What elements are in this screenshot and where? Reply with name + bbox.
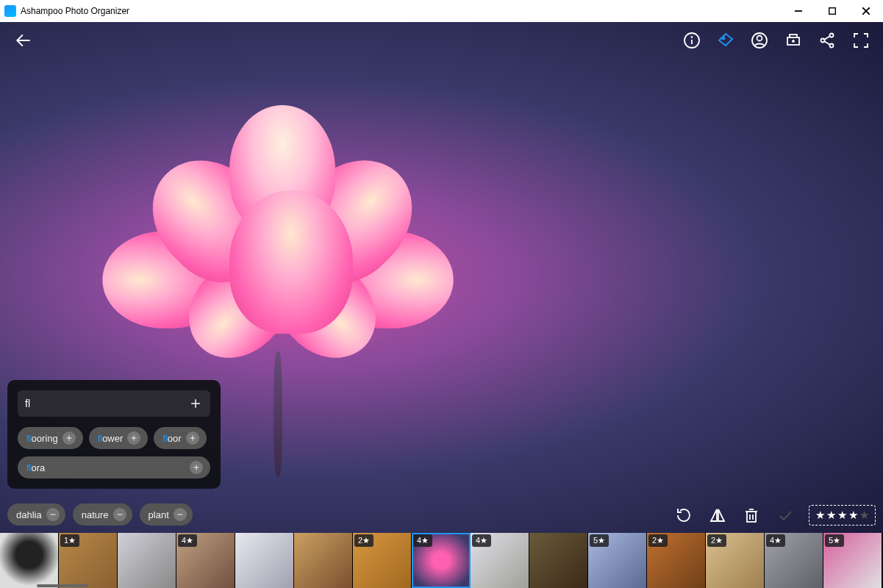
- tag-suggestion-label: floor: [162, 433, 181, 444]
- filmstrip-scrollbar[interactable]: [37, 584, 88, 587]
- svg-marker-34: [718, 509, 724, 521]
- star-icon[interactable]: ★: [848, 509, 858, 522]
- thumbnail-rating-badge: 4★: [178, 534, 197, 547]
- thumbnail[interactable]: 5★: [588, 533, 647, 588]
- thumbnail-rating-badge: 5★: [590, 534, 609, 547]
- thumbnail-image: [529, 533, 587, 588]
- svg-rect-12: [790, 35, 797, 37]
- window-maximize-button[interactable]: [815, 0, 849, 22]
- plus-icon: [62, 431, 76, 445]
- tag-suggestion-label: flooring: [26, 433, 58, 444]
- thumbnail[interactable]: 2★: [647, 533, 706, 588]
- tag-suggestion[interactable]: floor: [154, 427, 206, 449]
- svg-point-10: [757, 36, 762, 41]
- window-title: Ashampoo Photo Organizer: [21, 6, 782, 16]
- applied-tag[interactable]: plant: [140, 503, 193, 526]
- star-icon[interactable]: ★: [859, 509, 869, 522]
- thumbnail-rating-badge: 4★: [472, 534, 491, 547]
- svg-rect-1: [829, 8, 836, 15]
- applied-tags: dahlianatureplant: [7, 503, 193, 526]
- star-icon[interactable]: ★: [837, 509, 847, 522]
- thumbnail-image: [235, 533, 293, 588]
- tag-input-wrap: [18, 390, 210, 417]
- rotate-button[interactable]: [673, 505, 694, 526]
- tag-suggestion[interactable]: flora: [18, 456, 210, 478]
- share-button[interactable]: [817, 30, 837, 51]
- thumbnail[interactable]: 4★: [471, 533, 529, 588]
- thumbnail-image: [294, 533, 352, 588]
- tag-suggestion-label: flower: [98, 433, 124, 444]
- applied-tag-label: plant: [149, 509, 169, 520]
- thumbnail-rating-badge: 4★: [413, 534, 432, 547]
- tag-input[interactable]: [25, 398, 188, 409]
- window-close-button[interactable]: [849, 0, 883, 22]
- svg-marker-33: [711, 509, 717, 521]
- minus-icon: [174, 508, 187, 521]
- window-titlebar: Ashampoo Photo Organizer: [0, 0, 883, 22]
- thumbnail[interactable]: [0, 533, 59, 588]
- print-button[interactable]: [783, 30, 804, 51]
- svg-line-19: [824, 41, 830, 45]
- tag-suggestion-row: flooringflowerfloor: [18, 427, 210, 449]
- info-button[interactable]: [682, 30, 702, 51]
- plus-icon: [190, 461, 203, 474]
- thumbnail-image: [0, 533, 58, 588]
- star-icon[interactable]: ★: [826, 509, 836, 522]
- back-button[interactable]: [12, 29, 35, 52]
- thumbnail[interactable]: 4★: [412, 533, 471, 588]
- svg-rect-35: [747, 512, 756, 522]
- app-frame: flooringflowerfloor flora dahlianaturepl…: [0, 22, 883, 588]
- thumbnail-rating-badge: 1★: [60, 534, 79, 547]
- tag-panel: flooringflowerfloor flora: [7, 380, 221, 489]
- top-toolbar: [0, 22, 883, 59]
- svg-point-8: [723, 37, 725, 40]
- window-minimize-button[interactable]: [782, 0, 815, 22]
- applied-tag[interactable]: dahlia: [7, 503, 65, 526]
- tag-suggestion-row: flora: [18, 456, 210, 478]
- tag-button[interactable]: [715, 30, 736, 51]
- delete-button[interactable]: [741, 505, 762, 526]
- fullscreen-button[interactable]: [851, 30, 871, 51]
- thumbnail[interactable]: [294, 533, 353, 588]
- star-icon[interactable]: ★: [815, 509, 825, 522]
- thumbnail-image: [118, 533, 176, 588]
- add-tag-button[interactable]: [188, 396, 203, 411]
- applied-tag-label: nature: [82, 509, 109, 520]
- thumbnail-rating-badge: 2★: [707, 534, 726, 547]
- app-logo-icon: [4, 5, 16, 17]
- thumbnail[interactable]: 5★: [823, 533, 882, 588]
- minus-icon: [46, 508, 60, 521]
- svg-point-7: [692, 37, 693, 37]
- thumbnail-rating-badge: 4★: [766, 534, 785, 547]
- rating-control[interactable]: ★★★★★: [809, 505, 876, 526]
- minus-icon: [113, 508, 126, 521]
- tag-suggestion-label: flora: [26, 462, 45, 473]
- tag-suggestion[interactable]: flower: [89, 427, 149, 449]
- thumbnail-rating-badge: 2★: [354, 534, 373, 547]
- thumbnail[interactable]: 2★: [706, 533, 765, 588]
- tag-suggestion[interactable]: flooring: [18, 427, 83, 449]
- people-button[interactable]: [749, 30, 770, 51]
- thumbnail[interactable]: [529, 533, 588, 588]
- thumbnail[interactable]: [118, 533, 176, 588]
- filmstrip[interactable]: 1★4★2★4★4★5★2★2★4★5★: [0, 533, 883, 588]
- plus-icon: [127, 431, 140, 445]
- thumbnail[interactable]: 1★: [59, 533, 118, 588]
- plus-icon: [186, 431, 199, 445]
- action-bar: ★★★★★: [673, 505, 876, 526]
- applied-tag[interactable]: nature: [73, 503, 132, 526]
- thumbnail-rating-badge: 2★: [648, 534, 668, 547]
- thumbnail[interactable]: [235, 533, 294, 588]
- thumbnail-rating-badge: 5★: [825, 534, 844, 547]
- svg-line-18: [824, 36, 830, 40]
- thumbnail[interactable]: 4★: [765, 533, 823, 588]
- flip-button[interactable]: [707, 505, 728, 526]
- thumbnail[interactable]: 2★: [353, 533, 412, 588]
- thumbnail[interactable]: 4★: [176, 533, 235, 588]
- applied-tag-label: dahlia: [16, 509, 42, 520]
- confirm-button[interactable]: [775, 505, 796, 526]
